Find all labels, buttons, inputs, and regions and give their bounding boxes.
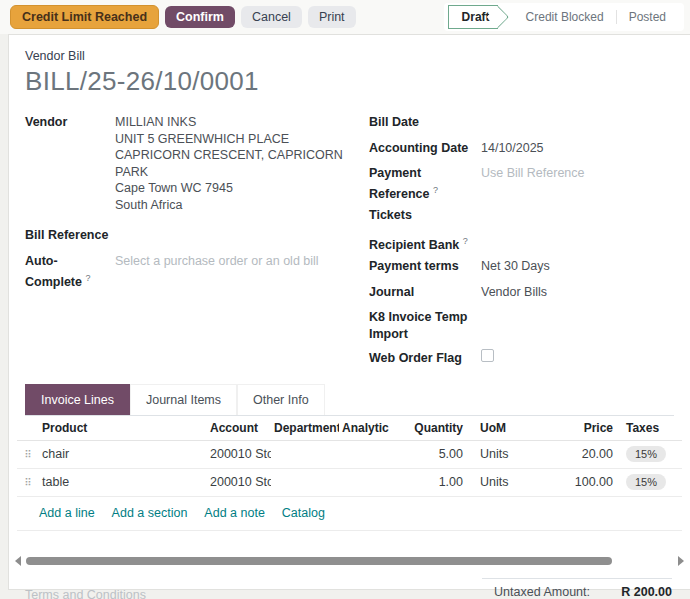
payment-reference-input[interactable]: Use Bill Reference (481, 165, 674, 182)
tax-badge[interactable]: 15% (626, 474, 666, 490)
drag-handle-icon[interactable]: ⠿ (17, 477, 39, 488)
credit-limit-reached-badge[interactable]: Credit Limit Reached (10, 5, 159, 29)
table-row: ⠿ chair 200010 Sto... 5.00 Units 20.00 1… (17, 441, 682, 469)
add-a-note-link[interactable]: Add a note (204, 506, 264, 520)
status-posted[interactable]: Posted (617, 6, 678, 28)
print-button[interactable]: Print (308, 6, 356, 28)
recipient-bank-label: Recipient Bank ? (369, 233, 481, 254)
col-taxes[interactable]: Taxes (616, 421, 682, 435)
bill-date-label: Bill Date (369, 114, 481, 131)
cell-account[interactable]: 200010 Sto... (207, 447, 271, 461)
confirm-button[interactable]: Confirm (165, 6, 235, 28)
left-field-group: Vendor MILLIAN INKS UNIT 5 GREENWHICH PL… (25, 112, 355, 371)
recipient-bank-field: Recipient Bank ? (369, 231, 674, 257)
col-product[interactable]: Product (39, 421, 207, 435)
sheet-footer: Terms and Conditions Untaxed Amount: R 2… (25, 578, 674, 599)
payment-terms-label: Payment terms (369, 258, 481, 275)
table-header-row: Product Account Department Analytic Quan… (17, 416, 682, 441)
k8-invoice-temp-import-label: K8 Invoice Temp Import (369, 309, 481, 343)
untaxed-amount-label: Untaxed Amount: (494, 585, 590, 599)
k8-invoice-temp-import-field: K8 Invoice Temp Import (369, 307, 674, 345)
payment-reference-label: Payment Reference ? (369, 165, 481, 203)
cell-account[interactable]: 200010 Sto... (207, 475, 271, 489)
web-order-flag-field: Web Order Flag (369, 345, 674, 371)
tickets-field: Tickets (369, 205, 674, 231)
untaxed-amount-row: Untaxed Amount: R 200.00 (482, 584, 672, 599)
payment-terms-input[interactable]: Net 30 Days (481, 258, 674, 275)
auto-complete-field: Auto-Complete ? Select a purchase order … (25, 251, 355, 293)
status-credit-blocked[interactable]: Credit Blocked (514, 6, 616, 28)
status-draft[interactable]: Draft (448, 5, 498, 29)
vendor-address-line: UNIT 5 GREENWHICH PLACE (115, 131, 355, 148)
auto-complete-label: Auto-Complete ? (25, 253, 115, 291)
bill-number: BILL/25-26/10/0001 (25, 66, 674, 97)
add-a-line-link[interactable]: Add a line (39, 506, 95, 520)
doc-type-label: Vendor Bill (25, 49, 674, 63)
journal-input[interactable]: Vendor Bills (481, 284, 674, 301)
cell-product[interactable]: chair (39, 447, 207, 461)
table-row: ⠿ table 200010 Sto... 1.00 Units 100.00 … (17, 469, 682, 497)
untaxed-amount-value: R 200.00 (600, 585, 672, 599)
payment-terms-field: Payment terms Net 30 Days (369, 256, 674, 282)
col-uom[interactable]: UoM (466, 421, 538, 435)
add-a-section-link[interactable]: Add a section (112, 506, 188, 520)
accounting-date-input[interactable]: 14/10/2025 (481, 140, 674, 157)
cell-quantity[interactable]: 1.00 (410, 475, 466, 489)
bill-reference-field: Bill Reference (25, 225, 355, 251)
col-account[interactable]: Account (207, 421, 271, 435)
cell-taxes: 15% (616, 474, 682, 490)
web-order-flag-checkbox[interactable] (481, 349, 494, 362)
tab-other-info[interactable]: Other Info (237, 384, 325, 415)
terms-and-conditions-input[interactable]: Terms and Conditions (25, 588, 146, 599)
cell-price[interactable]: 20.00 (538, 447, 616, 461)
cell-taxes: 15% (616, 446, 682, 462)
right-field-group: Bill Date Accounting Date 14/10/2025 Pay… (369, 112, 674, 371)
tax-badge[interactable]: 15% (626, 446, 666, 462)
notebook-tabs: Invoice Lines Journal Items Other Info (25, 384, 674, 416)
horizontal-scrollbar (15, 556, 684, 566)
cell-uom[interactable]: Units (466, 475, 538, 489)
col-department[interactable]: Department (271, 421, 339, 435)
cell-product[interactable]: table (39, 475, 207, 489)
scrollbar-thumb[interactable] (26, 557, 612, 565)
vendor-value[interactable]: MILLIAN INKS UNIT 5 GREENWHICH PLACE CAP… (115, 114, 355, 213)
vendor-name[interactable]: MILLIAN INKS (115, 114, 355, 131)
vendor-field: Vendor MILLIAN INKS UNIT 5 GREENWHICH PL… (25, 112, 355, 215)
accounting-date-label: Accounting Date (369, 140, 481, 157)
web-order-flag-label: Web Order Flag (369, 350, 481, 367)
help-icon: ? (433, 185, 438, 195)
col-quantity[interactable]: Quantity (410, 421, 466, 435)
vendor-address-line: Cape Town WC 7945 (115, 180, 355, 197)
help-icon: ? (463, 236, 468, 246)
catalog-link[interactable]: Catalog (282, 506, 325, 520)
action-buttons: Credit Limit Reached Confirm Cancel Prin… (10, 5, 356, 29)
col-analytic[interactable]: Analytic (339, 421, 410, 435)
scroll-right-arrow-icon[interactable] (678, 556, 684, 566)
vendor-address-line: South Africa (115, 197, 355, 214)
invoice-lines-table: Product Account Department Analytic Quan… (17, 416, 682, 497)
payment-reference-field: Payment Reference ? Use Bill Reference (369, 163, 674, 205)
totals-block: Untaxed Amount: R 200.00 VAT 15%: ✎ R 30… (482, 578, 672, 599)
cell-quantity[interactable]: 5.00 (410, 447, 466, 461)
bill-date-field: Bill Date (369, 112, 674, 138)
scroll-left-arrow-icon[interactable] (15, 556, 21, 566)
cell-uom[interactable]: Units (466, 447, 538, 461)
scrollbar-track[interactable] (24, 556, 675, 566)
col-price[interactable]: Price (538, 421, 616, 435)
accounting-date-field: Accounting Date 14/10/2025 (369, 138, 674, 164)
journal-field: Journal Vendor Bills (369, 282, 674, 308)
bill-reference-label: Bill Reference (25, 227, 115, 244)
vendor-bill-form-sheet: Vendor Bill BILL/25-26/10/0001 Vendor MI… (8, 34, 690, 590)
auto-complete-input[interactable]: Select a purchase order or an old bill (115, 253, 355, 270)
field-columns: Vendor MILLIAN INKS UNIT 5 GREENWHICH PL… (25, 112, 674, 371)
statusbar: Draft Credit Blocked Posted (444, 3, 684, 31)
cell-price[interactable]: 100.00 (538, 475, 616, 489)
journal-label: Journal (369, 284, 481, 301)
drag-handle-icon[interactable]: ⠿ (17, 449, 39, 460)
tab-invoice-lines[interactable]: Invoice Lines (25, 384, 130, 415)
tab-journal-items[interactable]: Journal Items (130, 384, 237, 415)
tickets-label: Tickets (369, 207, 481, 224)
vendor-address-line: CAPRICORN CRESCENT, CAPRICORN PARK (115, 147, 355, 180)
cancel-button[interactable]: Cancel (241, 6, 302, 28)
vendor-label: Vendor (25, 114, 115, 131)
